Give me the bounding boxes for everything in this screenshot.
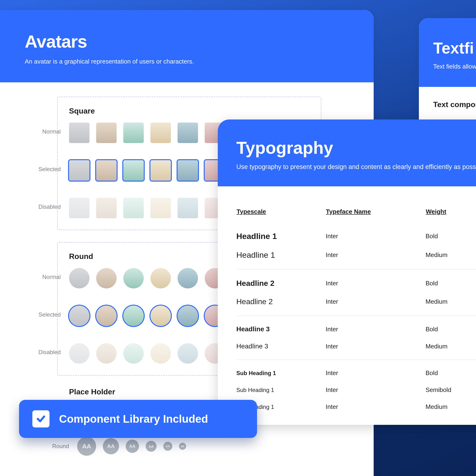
avatar-selected[interactable] (151, 306, 171, 326)
avatar-selected[interactable] (69, 306, 89, 326)
avatar-selected[interactable] (96, 160, 117, 181)
placeholder-row-round: Round AA AA AA AA AA AA (36, 437, 362, 456)
weight-cell: Medium (425, 338, 476, 360)
row-label-selected: Selected (18, 166, 61, 172)
typography-header: Typography Use typography to present you… (218, 119, 476, 186)
avatar-selected[interactable] (96, 306, 117, 326)
weight-cell: Medium (425, 246, 476, 270)
typography-card: Typography Use typography to present you… (218, 119, 476, 425)
check-box-icon (32, 410, 50, 427)
typography-row: Headline 1InterMedium (236, 246, 476, 270)
textfields-title: Textfi (433, 39, 476, 57)
avatar[interactable] (96, 268, 117, 289)
typeface-cell: Inter (325, 292, 425, 316)
row-label-normal: Normal (18, 274, 61, 280)
typescale-cell: Headline 3 (236, 338, 325, 360)
avatar[interactable] (151, 268, 171, 289)
textfields-body: Text compor (419, 87, 476, 122)
avatar[interactable] (123, 268, 144, 289)
avatars-subtitle: An avatar is a graphical representation … (25, 58, 350, 65)
avatar[interactable] (178, 122, 198, 143)
typeface-cell: Inter (325, 270, 425, 293)
textfields-section-heading: Text compor (433, 100, 476, 109)
avatar[interactable] (123, 122, 144, 143)
avatar-disabled (178, 343, 198, 364)
typescale-cell: Sub Heading 1 (236, 381, 325, 398)
typography-body: Typescale Typeface Name Weight Headline … (218, 186, 476, 425)
placeholder-avatar[interactable]: AA (126, 440, 139, 453)
weight-cell: Medium (425, 292, 476, 316)
avatar-disabled (123, 343, 144, 364)
placeholder-avatar[interactable]: AA (179, 443, 186, 450)
avatar[interactable] (69, 122, 89, 143)
avatars-header: Avatars An avatar is a graphical represe… (0, 10, 374, 82)
banner-label: Component Library Included (59, 412, 208, 425)
weight-cell: Bold (425, 360, 476, 382)
row-label-selected: Selected (18, 311, 61, 318)
typography-title: Typography (236, 138, 476, 157)
typography-row: Headline 2InterBold (236, 270, 476, 293)
avatar-selected[interactable] (178, 306, 198, 326)
typography-row: Sub Heading 1InterSemibold (236, 381, 476, 398)
typography-row: Sub Heading 1InterBold (236, 360, 476, 382)
row-label-round: Round (36, 443, 69, 450)
avatar-selected[interactable] (69, 160, 89, 181)
typescale-cell: Sub Heading 1 (236, 360, 325, 382)
textfields-header: Textfi Text fields allow u (419, 18, 476, 87)
check-icon (36, 414, 46, 424)
weight-cell: Semibold (425, 381, 476, 398)
avatar-disabled (69, 343, 89, 364)
avatar-disabled (178, 198, 198, 218)
avatar-disabled (151, 343, 171, 364)
avatar[interactable] (96, 122, 117, 143)
typeface-cell: Inter (325, 398, 425, 415)
typescale-cell: Headline 1 (236, 246, 325, 270)
avatar-selected[interactable] (123, 160, 144, 181)
col-typeface: Typeface Name (325, 208, 425, 227)
weight-cell: Bold (425, 227, 476, 246)
row-label-disabled: Disabled (18, 349, 61, 356)
typescale-cell: Headline 2 (236, 292, 325, 316)
weight-cell: Medium (425, 398, 476, 415)
typography-row: Headline 1InterBold (236, 227, 476, 246)
weight-cell: Bold (425, 316, 476, 338)
textfields-subtitle: Text fields allow u (433, 63, 476, 70)
avatar-disabled (96, 343, 117, 364)
typography-table: Typescale Typeface Name Weight Headline … (236, 208, 476, 415)
component-library-banner: Component Library Included (19, 400, 257, 438)
placeholder-avatar[interactable]: AA (77, 437, 96, 456)
row-label-normal: Normal (18, 128, 61, 135)
typography-row: Headline 2InterMedium (236, 292, 476, 316)
textfields-card: Textfi Text fields allow u Text compor (419, 18, 476, 122)
typeface-cell: Inter (325, 360, 425, 382)
typeface-cell: Inter (325, 338, 425, 360)
avatar[interactable] (69, 268, 89, 289)
avatar[interactable] (151, 122, 171, 143)
col-weight: Weight (425, 208, 476, 227)
avatar-selected[interactable] (178, 160, 198, 181)
typeface-cell: Inter (325, 381, 425, 398)
placeholder-sizes: AA AA AA AA AA AA (77, 437, 186, 456)
weight-cell: Bold (425, 270, 476, 293)
placeholder-avatar[interactable]: AA (103, 438, 119, 454)
typography-row: Headline 3InterBold (236, 316, 476, 338)
typescale-cell: Headline 3 (236, 316, 325, 338)
avatars-title: Avatars (25, 32, 350, 52)
typeface-cell: Inter (325, 316, 425, 338)
avatar-disabled (96, 198, 117, 218)
placeholder-avatar[interactable]: AA (146, 441, 157, 452)
avatar-selected[interactable] (151, 160, 171, 181)
typography-subtitle: Use typography to present your design an… (236, 163, 476, 171)
col-typescale: Typescale (236, 208, 325, 227)
typography-row: Sub Heading 1InterMedium (236, 398, 476, 415)
typography-row: Headline 3InterMedium (236, 338, 476, 360)
avatar-selected[interactable] (123, 306, 144, 326)
avatar-disabled (123, 198, 144, 218)
row-label-disabled: Disabled (18, 204, 61, 210)
section-title-square: Square (69, 107, 309, 116)
avatar[interactable] (178, 268, 198, 289)
avatar-disabled (151, 198, 171, 218)
placeholder-avatar[interactable]: AA (163, 442, 172, 451)
avatar-disabled (69, 198, 89, 218)
typescale-cell: Headline 2 (236, 270, 325, 293)
